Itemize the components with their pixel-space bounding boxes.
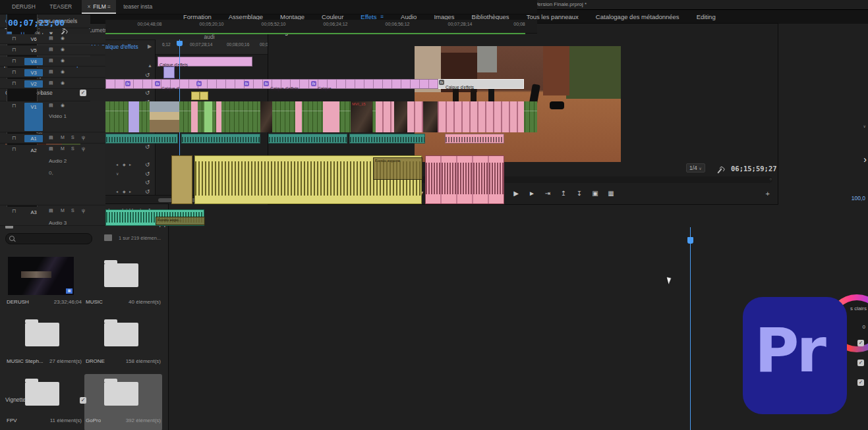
clip-v1-segment[interactable] [394, 101, 407, 132]
clip-a1-audio[interactable] [268, 134, 347, 144]
source-patch-icon[interactable]: ▤ [49, 135, 53, 140]
vignette-checkbox[interactable]: ✓ [80, 397, 86, 404]
toggle-track-output-icon[interactable]: ◉ [61, 58, 65, 63]
voiceover-record-icon[interactable]: ψ [82, 135, 85, 140]
audio-fade-label[interactable]: Fondu expo... [156, 217, 205, 225]
track-header-v5[interactable]: ⊓V5▤◉ [0, 45, 105, 55]
track-lock-icon[interactable]: ⊓ [12, 69, 16, 75]
bin-derush[interactable]: ▦DERUSH23;32;46;04 [5, 255, 83, 312]
source-patch-icon[interactable]: ▤ [49, 103, 53, 108]
track-select-v2[interactable]: V2 [24, 80, 43, 88]
toggle-track-output-icon[interactable]: ◉ [61, 69, 65, 74]
source-patch-icon[interactable]: ▤ [49, 208, 53, 213]
settings-wrench-icon[interactable] [719, 165, 720, 176]
clip-v1-segment[interactable] [204, 101, 212, 132]
transport-extract-button[interactable]: ↧ [574, 190, 585, 197]
solo-track-button[interactable]: S [71, 135, 74, 140]
playback-resolution-dropdown[interactable]: 1/4 ∨ [686, 163, 705, 173]
track-lock-icon[interactable]: ⊓ [12, 36, 16, 41]
bin-gopro[interactable]: GoPro392 élément(s) [84, 374, 162, 430]
track-select-v4[interactable]: V4 [24, 58, 43, 65]
bin-music-steph-[interactable]: MUSIC Steph...27 élément(s) [5, 315, 83, 371]
track-lock-icon[interactable]: ⊓ [12, 58, 16, 64]
bin-name[interactable]: DERUSH [7, 299, 29, 305]
track-header-v1[interactable]: ⊓V1▤◉Vidéo 1 [0, 101, 105, 132]
clip-a2-music-yellow[interactable]: Fondu expone [194, 155, 422, 204]
track-select-a1[interactable]: A1 [24, 135, 43, 142]
track-lock-icon[interactable]: ⊓ [12, 208, 16, 214]
clip-a1-audio[interactable] [181, 134, 260, 144]
bin-music[interactable]: MUSIC40 élément(s) [84, 255, 162, 312]
clip-tiny[interactable] [191, 92, 200, 100]
toggle-track-output-icon[interactable]: ◉ [61, 103, 65, 108]
track-select-v5[interactable]: V5 [24, 47, 43, 54]
track-header-a1[interactable]: ⊓A1▤MSψ [0, 134, 105, 144]
track-select-v1[interactable]: V1 [24, 103, 43, 131]
clip-a1-audio[interactable] [105, 134, 178, 144]
solo-track-button[interactable]: S [71, 146, 74, 151]
track-header-v6[interactable]: ⊓V6▤◉ [0, 34, 105, 44]
track-select-a2[interactable]: A2 [24, 146, 43, 204]
clip-v1-segment[interactable]: MVI_15 [351, 101, 372, 132]
clip-v1-segment[interactable] [295, 101, 302, 132]
source-patch-icon[interactable]: ▤ [49, 69, 53, 74]
clip-tiny[interactable] [200, 92, 208, 100]
track-header-a2[interactable]: ⊓A2▤MSψAudio 20, [0, 145, 105, 205]
sequence-tab-derush[interactable]: DERUSH [7, 0, 41, 14]
source-patch-icon[interactable]: ▤ [49, 58, 53, 63]
intensity-value[interactable]: 100,0 [852, 195, 865, 202]
transport-compare-button[interactable]: ▦ [606, 190, 616, 197]
bin-drone[interactable]: DRONE158 élément(s) [84, 315, 162, 371]
timeline-playhead-handle[interactable] [687, 237, 693, 244]
track-lock-icon[interactable]: ⊓ [12, 103, 16, 109]
track-select-v3[interactable]: V3 [24, 69, 43, 76]
close-tab-icon[interactable]: × [87, 3, 90, 10]
track-lock-icon[interactable]: ⊓ [12, 135, 16, 141]
workspace-tab-catalogage-des-métadonnées[interactable]: Catalogage des métadonnées [596, 13, 680, 20]
filter-bin-icon[interactable] [104, 234, 112, 241]
track-select-v6[interactable]: V6 [24, 36, 43, 43]
track-lock-icon[interactable]: ⊓ [12, 80, 16, 86]
add-button-icon[interactable]: + [766, 190, 770, 198]
look-next-arrow-icon[interactable]: › [863, 154, 867, 165]
mute-track-button[interactable]: M [61, 208, 65, 213]
clip-v1-segment[interactable] [191, 101, 198, 132]
clip-a1-audio[interactable] [445, 134, 504, 144]
chevron-down-icon[interactable]: ∨ [863, 124, 866, 128]
section-checkbox[interactable]: ✓ [857, 379, 864, 386]
transport-go-to-out-button[interactable]: ⇥ [542, 190, 553, 197]
section-checkbox[interactable]: ✓ [857, 340, 864, 346]
clip-a2-audio-pink[interactable] [425, 155, 504, 204]
track-lock-icon[interactable]: ⊓ [12, 146, 16, 152]
voiceover-record-icon[interactable]: ψ [82, 146, 85, 151]
clip-v1-segment[interactable] [323, 101, 339, 132]
bin-name[interactable]: MUSIC [86, 299, 103, 305]
source-patch-icon[interactable]: ▤ [49, 47, 53, 52]
clip-v1-segment[interactable] [260, 101, 272, 132]
track-name[interactable]: Vidéo 1 [49, 113, 67, 119]
track-header-v4[interactable]: ⊓V4▤◉ [0, 57, 105, 67]
voiceover-record-icon[interactable]: ψ [82, 208, 85, 213]
track-lock-icon[interactable]: ⊓ [12, 47, 16, 53]
bin-name[interactable]: MUSIC Steph... [7, 358, 43, 364]
clip-a2-pre[interactable] [171, 155, 192, 204]
bin-name[interactable]: GoPro [86, 417, 101, 423]
sequence-tab-teaser[interactable]: TEASER [44, 0, 77, 14]
mute-track-button[interactable]: M [61, 135, 65, 140]
search-input[interactable] [5, 233, 92, 244]
timeline-ruler[interactable] [105, 20, 537, 34]
source-patch-icon[interactable]: ▤ [49, 80, 53, 86]
audio-fade-label[interactable]: Fondu expone [373, 157, 422, 180]
clip-a1-audio[interactable] [349, 134, 425, 144]
bin-name[interactable]: DRONE [86, 358, 105, 364]
timeline-timecode[interactable]: 00;07;23;00 [8, 18, 65, 28]
clip-v1-segment[interactable] [423, 101, 438, 132]
mute-track-button[interactable]: M [61, 146, 65, 151]
toggle-track-output-icon[interactable]: ◉ [61, 47, 65, 52]
track-header-v2[interactable]: ⊓V2▤◉ [0, 79, 105, 89]
timeline-playhead[interactable] [690, 227, 691, 430]
section-vignette[interactable]: Vignette ✓ [0, 394, 90, 406]
bin-name[interactable]: FPV [7, 417, 17, 423]
transport-lift-button[interactable]: ↥ [558, 190, 569, 197]
track-header-v3[interactable]: ⊓V3▤◉ [0, 68, 105, 78]
